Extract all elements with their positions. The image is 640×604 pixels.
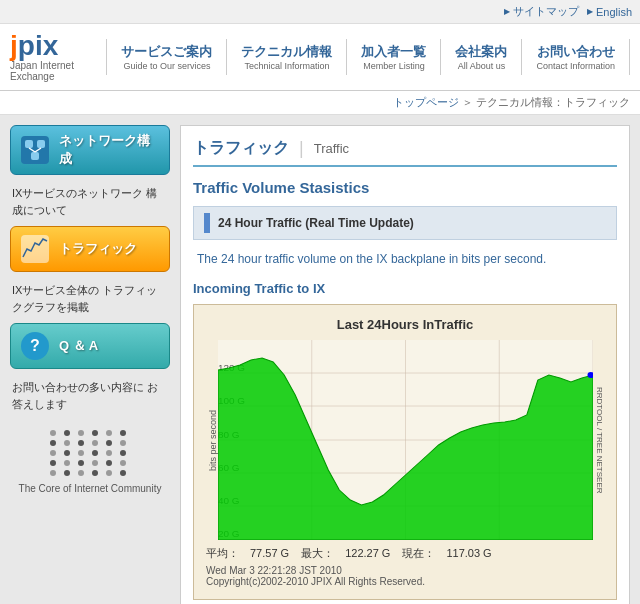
chart-right-label: RRDTOOL / TREE NETSEER	[593, 340, 604, 540]
traffic-header-bar-icon	[204, 213, 210, 233]
chart-footnote2: Copyright(c)2002-2010 JPIX All Rights Re…	[206, 576, 604, 587]
traffic-icon	[19, 233, 51, 265]
core-label: The Core of Internet Community	[10, 482, 170, 496]
chart-stats: 平均： 77.57 G 最大： 122.27 G 現在： 117.03 G	[206, 546, 604, 561]
main-nav: サービスご案内 Guide to Our services テクニカル情報 Te…	[106, 39, 630, 75]
chart-container: Last 24Hours InTraffic bits per second	[193, 304, 617, 600]
chart-svg: 120 G 100 G 80 G 60 G 40 G 20 G 0 00:00 …	[218, 340, 593, 540]
sidebar-qa-desc: お問い合わせの多い内容に お答えします	[10, 375, 170, 420]
sidebar-traffic-label: トラフィック	[59, 240, 137, 258]
breadcrumb-home[interactable]: トップページ	[393, 96, 459, 108]
chart-inner: bits per second	[206, 340, 604, 540]
section-title: Traffic Volume Stasistics	[193, 179, 617, 196]
sidebar-item-qa[interactable]: ? Q ＆ A	[10, 323, 170, 369]
sidebar-traffic-desc: IXサービス全体の トラフィックグラフを掲載	[10, 278, 170, 323]
nav-members[interactable]: 加入者一覧 Member Listing	[347, 39, 441, 75]
chart-footnote1: Wed Mar 3 22:21:28 JST 2010	[206, 565, 604, 576]
qa-icon: ?	[19, 330, 51, 362]
sitemap-link[interactable]: サイトマップ	[504, 4, 579, 19]
svg-rect-3	[31, 152, 39, 160]
nav-services[interactable]: サービスご案内 Guide to Our services	[107, 39, 227, 75]
dot-grid	[10, 430, 170, 476]
sidebar-item-network[interactable]: ネットワーク構成	[10, 125, 170, 175]
sidebar-qa-label: Q ＆ A	[59, 337, 98, 355]
traffic-header: 24 Hour Traffic (Real Time Update)	[193, 206, 617, 240]
chart-stat-avg: 平均： 77.57 G	[206, 546, 289, 561]
sidebar-network-desc: IXサービスのネットワーク 構成について	[10, 181, 170, 226]
nav-about[interactable]: 会社案内 All About us	[441, 39, 522, 75]
breadcrumb: トップページ ＞ テクニカル情報：トラフィック	[0, 91, 640, 115]
page-title-en: Traffic	[314, 141, 349, 156]
svg-rect-1	[25, 140, 33, 148]
breadcrumb-middle: テクニカル情報：トラフィック	[476, 96, 630, 108]
logo-subtext: Japan Internet Exchange	[10, 60, 86, 82]
content-title: トラフィック | Traffic	[193, 138, 617, 167]
svg-rect-2	[37, 140, 45, 148]
network-icon	[19, 134, 51, 166]
sidebar-network-label: ネットワーク構成	[59, 132, 161, 168]
sidebar: ネットワーク構成 IXサービスのネットワーク 構成について トラフィック IXサ…	[10, 125, 170, 604]
content-area: トラフィック | Traffic Traffic Volume Stasisti…	[180, 125, 630, 604]
chart-title: Last 24Hours InTraffic	[206, 317, 604, 332]
sidebar-core: The Core of Internet Community	[10, 430, 170, 496]
traffic-header-text: 24 Hour Traffic (Real Time Update)	[218, 216, 414, 230]
page-title-jp: トラフィック	[193, 138, 289, 159]
chart-stat-max: 最大： 122.27 G	[301, 546, 390, 561]
incoming-title: Incoming Traffic to IX	[193, 281, 617, 296]
chart-stat-cur: 現在： 117.03 G	[402, 546, 491, 561]
sidebar-item-traffic[interactable]: トラフィック	[10, 226, 170, 272]
english-link[interactable]: English	[587, 4, 632, 19]
logo: jpix Japan Internet Exchange	[10, 32, 86, 82]
nav-contact[interactable]: お問い合わせ Contact Information	[522, 39, 630, 75]
traffic-description: The 24 hour traffic volume on the IX bac…	[193, 250, 617, 269]
breadcrumb-sep1: ＞	[462, 96, 476, 108]
nav-technical[interactable]: テクニカル情報 Technical Information	[227, 39, 347, 75]
chart-y-label: bits per second	[206, 340, 218, 540]
title-separator: |	[299, 138, 304, 159]
